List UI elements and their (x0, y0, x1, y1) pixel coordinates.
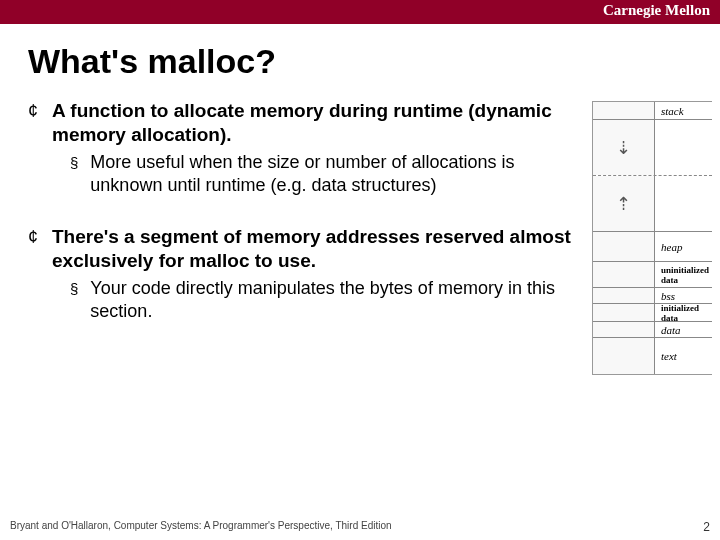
diagram-segment: ⇣ (593, 120, 712, 176)
diagram-segment: stack (593, 102, 712, 120)
bullet-text: A function to allocate memory during run… (52, 99, 584, 147)
arrow-down-icon: ⇣ (593, 120, 655, 175)
bullet-l1: ¢ There's a segment of memory addresses … (20, 225, 584, 273)
slide-title: What's malloc? (0, 24, 720, 99)
header-bar: Carnegie Mellon (0, 0, 720, 24)
bullet-l1: ¢ A function to allocate memory during r… (20, 99, 584, 147)
bullet-block: ¢ A function to allocate memory during r… (20, 99, 584, 197)
segment-label: stack (655, 105, 684, 117)
diagram-segment: data (593, 322, 712, 338)
diagram-segment: initialized data (593, 304, 712, 322)
org-name: Carnegie Mellon (603, 2, 710, 18)
circle-bullet-icon: ¢ (28, 227, 38, 248)
bullet-text: More useful when the size or number of a… (90, 151, 584, 198)
memory-diagram: stack ⇣ ⇡ heap uninitialized data bss in… (592, 101, 712, 375)
bullet-l2: § More useful when the size or number of… (70, 151, 584, 198)
segment-label: bss (655, 290, 675, 302)
page-number: 2 (703, 520, 710, 534)
diagram-segment: ⇡ (593, 176, 712, 232)
diagram-segment: uninitialized data (593, 262, 712, 288)
diagram-segment: heap (593, 232, 712, 262)
segment-label: heap (655, 241, 682, 253)
diagram-segment: text (593, 338, 712, 374)
segment-label: uninitialized data (661, 265, 709, 285)
bullet-text: There's a segment of memory addresses re… (52, 225, 584, 273)
bullet-text: Your code directly manipulates the bytes… (90, 277, 584, 324)
segment-label: initialized data (661, 303, 699, 323)
square-bullet-icon: § (70, 280, 78, 297)
segment-label: data (655, 324, 681, 336)
bullet-block: ¢ There's a segment of memory addresses … (20, 225, 584, 323)
circle-bullet-icon: ¢ (28, 101, 38, 122)
bullet-column: ¢ A function to allocate memory during r… (20, 99, 592, 375)
square-bullet-icon: § (70, 154, 78, 171)
footer-credit: Bryant and O'Hallaron, Computer Systems:… (10, 520, 392, 534)
content-area: ¢ A function to allocate memory during r… (0, 99, 720, 375)
arrow-up-icon: ⇡ (593, 176, 655, 231)
segment-label: text (655, 350, 677, 362)
bullet-l2: § Your code directly manipulates the byt… (70, 277, 584, 324)
footer: Bryant and O'Hallaron, Computer Systems:… (10, 520, 710, 534)
